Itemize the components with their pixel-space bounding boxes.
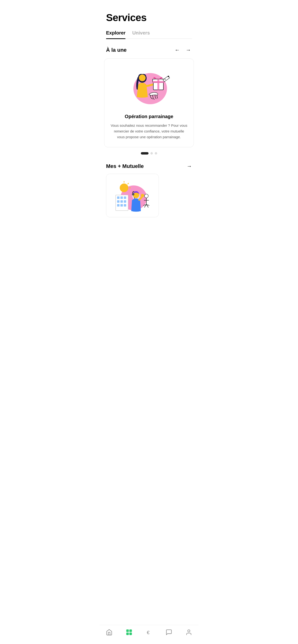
arrow-left-button[interactable]: ← [174,46,181,54]
nav-arrows: ← → [174,46,192,54]
page-title: Services [106,12,192,24]
svg-point-10 [120,184,128,192]
section-alaune-header: À la une ← → [104,46,194,54]
svg-rect-34 [130,630,132,632]
featured-card[interactable]: % Opération parrainage Vous souhaitez no… [104,58,194,147]
featured-illustration: % [125,66,173,109]
nav-item-profile[interactable] [182,628,196,638]
section-mutuelle-title: Mes + Mutuelle [106,163,144,170]
svg-rect-15 [117,196,119,199]
nav-item-services[interactable] [122,628,136,638]
euro-icon: € [146,629,152,637]
svg-rect-17 [124,196,126,199]
svg-point-27 [141,194,144,197]
svg-text:%: % [164,78,166,80]
svg-point-38 [188,630,190,632]
person-icon [186,629,192,637]
svg-rect-18 [117,200,119,203]
dot-1[interactable] [141,152,148,154]
dot-2[interactable] [151,152,153,154]
section-mutuelle-arrow[interactable]: → [187,163,192,170]
nav-item-messages[interactable] [162,628,176,638]
svg-text:€: € [147,630,150,635]
svg-rect-5 [158,79,159,90]
svg-rect-22 [120,204,123,206]
dots-container [104,152,194,154]
svg-line-32 [146,204,148,208]
section-mutuelle-header: Mes + Mutuelle → [104,163,194,170]
svg-rect-33 [127,630,129,632]
svg-rect-20 [124,200,126,203]
svg-point-26 [132,193,134,196]
nav-item-home[interactable] [102,628,116,638]
page-container: Services Explorer Univers À la une ← → [99,0,199,239]
featured-card-desc: Vous souhaitez nous recommander ? Pour v… [110,123,188,140]
svg-rect-35 [127,633,129,635]
header: Services Explorer Univers [99,0,199,39]
section-alaune-title: À la une [106,47,127,53]
dot-3[interactable] [155,152,157,154]
featured-card-title: Opération parrainage [110,114,188,119]
svg-point-7 [168,76,169,77]
bottom-nav: € [99,625,199,644]
nav-item-finance[interactable]: € [142,628,156,638]
grid-icon [126,629,132,637]
services-scroll[interactable] [104,174,194,220]
svg-rect-19 [120,200,123,203]
svg-rect-21 [117,204,119,206]
tab-explorer[interactable]: Explorer [106,30,125,38]
svg-rect-6 [153,81,164,83]
service-card-1[interactable] [106,174,159,217]
svg-point-2 [139,74,146,81]
svg-rect-36 [130,633,132,635]
main-content: À la une ← → [99,46,199,220]
message-icon [166,629,172,637]
svg-point-28 [144,194,148,198]
svg-rect-16 [120,196,123,199]
tabs-container: Explorer Univers [106,30,192,39]
svg-rect-23 [124,204,126,206]
service-card-illustration-1 [113,179,152,212]
home-icon [106,629,112,637]
tab-univers[interactable]: Univers [132,30,150,38]
svg-line-12 [128,183,129,184]
arrow-right-button[interactable]: → [185,46,192,54]
